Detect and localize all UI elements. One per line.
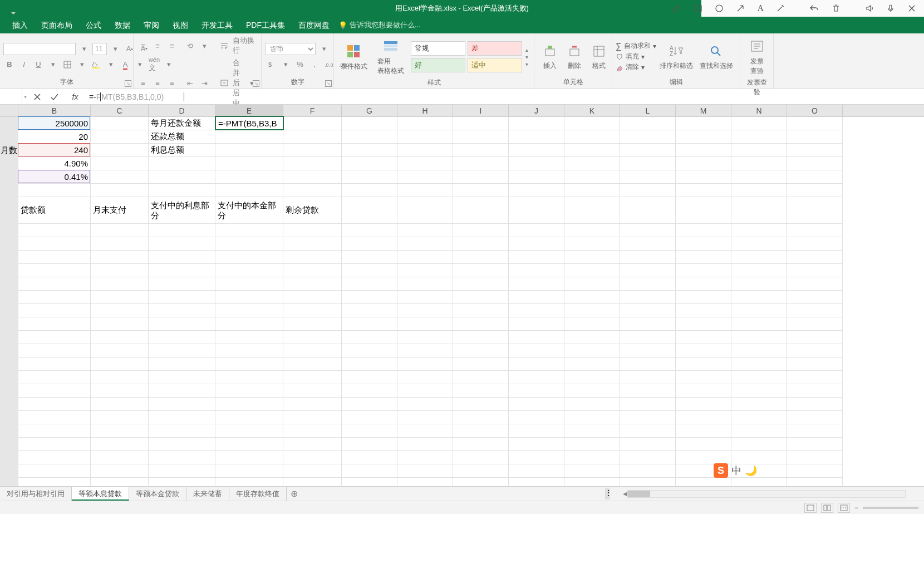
col-header-N[interactable]: N [731, 105, 787, 116]
cell[interactable] [342, 264, 397, 277]
cell[interactable] [397, 304, 453, 317]
cell[interactable] [787, 424, 843, 438]
clear-dropdown-icon[interactable]: ▾ [641, 63, 645, 71]
cell[interactable] [620, 398, 676, 411]
cell[interactable] [620, 331, 676, 344]
cell[interactable] [397, 424, 453, 438]
cell[interactable] [342, 438, 397, 451]
tab-page-layout[interactable]: 页面布局 [35, 17, 79, 33]
cell[interactable] [149, 277, 215, 291]
increase-decimal-icon[interactable]: .0.00 [323, 58, 335, 71]
magic-icon[interactable] [776, 4, 785, 13]
cell[interactable] [342, 197, 397, 224]
cell[interactable] [215, 291, 283, 304]
percent-button[interactable]: % [294, 58, 306, 71]
cell[interactable] [397, 184, 453, 197]
cell[interactable] [149, 224, 215, 237]
zoom-out-button[interactable]: − [854, 504, 858, 512]
find-select-button[interactable]: 查找和选择 [696, 40, 736, 73]
cell[interactable] [453, 157, 509, 170]
cell[interactable] [620, 224, 676, 237]
cell[interactable] [18, 344, 91, 357]
autosum-button[interactable]: ∑ 自动求和 ▾ [616, 41, 656, 51]
cell-D3[interactable]: 利息总额 [149, 144, 215, 157]
cell[interactable] [676, 424, 731, 438]
cell[interactable] [564, 224, 620, 237]
cell[interactable] [620, 277, 676, 291]
cell[interactable] [620, 170, 676, 184]
cell-F1[interactable] [283, 117, 342, 130]
decrease-indent-icon[interactable]: ⇤ [184, 76, 196, 90]
trash-icon[interactable] [832, 4, 841, 13]
cell-D1[interactable]: 每月还款金额 [149, 117, 215, 130]
cell[interactable] [18, 424, 91, 438]
cell[interactable] [731, 451, 787, 464]
wrap-text-button[interactable] [218, 39, 230, 52]
cell-B1[interactable]: 2500000 [18, 117, 91, 130]
cell[interactable] [215, 170, 283, 184]
cell[interactable] [397, 224, 453, 237]
cell[interactable] [91, 304, 149, 317]
cell[interactable] [18, 277, 91, 291]
cell[interactable] [283, 344, 342, 357]
formula-input[interactable]: =-PMT(B5,B3,B1,0,0) [83, 89, 924, 104]
cell[interactable] [564, 424, 620, 438]
cell[interactable] [620, 478, 676, 486]
cell[interactable] [787, 157, 843, 170]
cell[interactable] [453, 291, 509, 304]
cell[interactable] [453, 411, 509, 424]
cell[interactable] [397, 251, 453, 264]
cell[interactable] [453, 237, 509, 251]
cell-style-bad[interactable]: 差 [468, 41, 522, 56]
merge-cells-button[interactable] [218, 76, 230, 90]
cell[interactable] [283, 384, 342, 398]
cell[interactable] [453, 424, 509, 438]
cell[interactable] [676, 251, 731, 264]
cell[interactable] [731, 144, 787, 157]
cell[interactable] [342, 398, 397, 411]
cell[interactable] [215, 464, 283, 478]
cell-B7[interactable]: 贷款额 [18, 197, 91, 224]
format-as-table-button[interactable]: 套用 表格格式 [374, 36, 407, 78]
cell-B2[interactable]: 20 [18, 130, 91, 144]
cell[interactable] [731, 251, 787, 264]
cell[interactable] [453, 184, 509, 197]
cell[interactable] [620, 264, 676, 277]
cell[interactable] [215, 371, 283, 384]
cell-E2[interactable] [215, 130, 283, 144]
cell[interactable] [397, 344, 453, 357]
sheet-tab-2[interactable]: 等额本息贷款 [72, 487, 129, 501]
cell[interactable] [215, 424, 283, 438]
insert-cells-button[interactable]: 插入 [538, 36, 562, 77]
styles-scroll-up-icon[interactable]: ▴ [525, 47, 528, 53]
cell-B4[interactable]: 4.90% [18, 157, 91, 170]
cell[interactable] [564, 344, 620, 357]
cell-C2[interactable] [91, 130, 149, 144]
cell-H1[interactable] [397, 117, 453, 130]
cell[interactable] [620, 384, 676, 398]
col-header-K[interactable]: K [564, 105, 620, 116]
cell[interactable] [620, 411, 676, 424]
cell[interactable] [397, 170, 453, 184]
cell[interactable] [564, 451, 620, 464]
cell[interactable] [342, 451, 397, 464]
cell[interactable] [676, 224, 731, 237]
cell[interactable] [18, 451, 91, 464]
cell[interactable] [620, 184, 676, 197]
cell[interactable] [564, 411, 620, 424]
cell-F3[interactable] [283, 144, 342, 157]
cell[interactable] [731, 291, 787, 304]
cell[interactable] [215, 384, 283, 398]
cell[interactable] [787, 357, 843, 371]
cell-I1[interactable] [453, 117, 509, 130]
cell[interactable] [397, 398, 453, 411]
wrap-text-label[interactable]: 自动换行 [233, 36, 258, 56]
sheet-tab-5[interactable]: 年度存款终值 [229, 487, 287, 501]
cell[interactable] [564, 197, 620, 224]
tab-insert[interactable]: 插入 [6, 17, 35, 33]
clear-button[interactable]: 清除 ▾ [616, 62, 656, 72]
cell[interactable] [787, 398, 843, 411]
sheet-tab-4[interactable]: 未来储蓄 [186, 487, 229, 501]
cell[interactable] [787, 170, 843, 184]
cell[interactable] [283, 264, 342, 277]
